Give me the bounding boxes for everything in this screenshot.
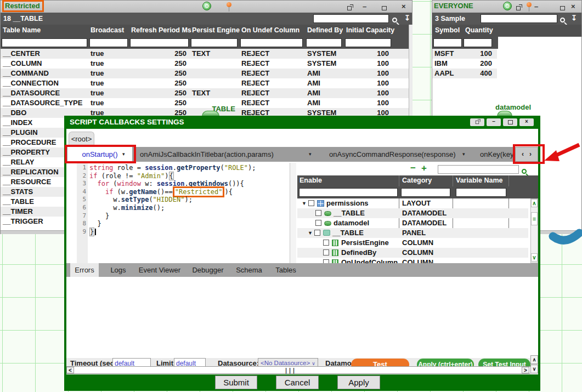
bottom-horizontal-scrollbar[interactable]: < ||| > <box>66 366 530 374</box>
search-icon[interactable] <box>522 166 527 176</box>
minimize-icon[interactable]: – <box>363 2 366 10</box>
search-input[interactable] <box>313 14 389 23</box>
scroll-up-icon[interactable]: ∧ <box>530 355 538 364</box>
minimize-icon[interactable]: – <box>534 2 538 10</box>
scrollbar-grip[interactable]: ≡ <box>531 212 538 225</box>
gear-icon[interactable]: ⚙ <box>202 2 211 10</box>
tab-scroll-right-icon[interactable]: › <box>529 150 532 158</box>
minimize-icon[interactable]: – <box>487 118 501 126</box>
tab-logs[interactable]: Logs <box>106 263 131 277</box>
tree-row-persistengine[interactable]: PersistEngineCOLUMN <box>297 238 528 248</box>
cancel-button[interactable]: Cancel <box>276 376 319 389</box>
add-icon[interactable]: + <box>421 163 427 174</box>
enable-checkbox[interactable] <box>315 210 321 216</box>
table-row[interactable]: __DATASOURCEtrue250TEXTREJECTAMI100 <box>1 88 412 98</box>
code-line[interactable]: w.setType("HIDDEN"); <box>89 196 193 203</box>
close-icon[interactable]: × <box>402 2 406 10</box>
tree-row-table[interactable]: __TABLEDATAMODEL <box>297 208 528 218</box>
scrollbar-grip[interactable]: ||| <box>283 367 297 373</box>
search-icon[interactable] <box>392 15 397 25</box>
tab-onstartup[interactable]: onStartup()▾ <box>67 147 132 162</box>
tab-debugger[interactable]: Debugger <box>189 263 227 277</box>
column-filter-input[interactable] <box>299 188 398 197</box>
column-filter-input[interactable] <box>345 38 391 47</box>
scroll-up-icon[interactable]: ∧ <box>531 199 538 207</box>
scroll-down-icon[interactable]: ∨ <box>530 365 538 373</box>
tree-row-table[interactable]: ▼__TABLEPANEL <box>297 228 528 238</box>
maximize-icon[interactable] <box>382 4 387 12</box>
restricted-titlebar[interactable]: Restricted ⚙ – × <box>1 1 412 13</box>
table-row[interactable]: IBM200 <box>432 59 497 69</box>
table-row[interactable]: AAPL400 <box>432 69 497 78</box>
code-line[interactable]: string role = session.getProperty("ROLE"… <box>89 164 256 172</box>
table-row[interactable]: MSFT100 <box>432 49 497 59</box>
tab-schema[interactable]: Schema <box>233 263 265 277</box>
caret-down-icon[interactable]: ▾ <box>462 147 465 162</box>
scroll-left-icon[interactable]: < <box>66 367 74 373</box>
column-filter-input[interactable] <box>464 38 492 47</box>
gear-icon[interactable]: ⚙ <box>503 2 512 10</box>
close-icon[interactable]: × <box>519 118 534 126</box>
code-line[interactable]: if (role != "Admin"){ <box>89 172 174 180</box>
pin-icon[interactable] <box>227 2 231 7</box>
tree-expand-icon[interactable]: ▼ <box>302 201 307 206</box>
table-row[interactable]: __CENTERtrue250TEXTREJECTSYSTEM100 <box>1 49 412 59</box>
code-line[interactable]: if (w.getName()=="Restricted"){ <box>89 188 233 196</box>
everyone-titlebar[interactable]: EVERYONE ⚙ – × <box>432 1 581 13</box>
tab-onamijscallbackintitlebaractionparams[interactable]: onAmiJsCallbackInTitlebar(action,params)… <box>140 147 314 162</box>
root-tab[interactable]: <root> <box>69 132 94 147</box>
tree-row-definedby[interactable]: DefinedByCOLUMN <box>297 248 528 258</box>
caret-down-icon[interactable]: ▾ <box>309 147 312 162</box>
tab-errors[interactable]: Errors <box>70 263 99 277</box>
column-filter-input[interactable] <box>456 188 506 197</box>
tab-onkeykey[interactable]: onKey(key <box>480 147 515 162</box>
table-row[interactable]: __COMMANDtrue250REJECTAMI100 <box>1 69 412 78</box>
submit-button[interactable]: Submit <box>215 376 257 389</box>
column-filter-input[interactable] <box>240 38 303 47</box>
tree-row-permissions[interactable]: ▼permissionsLAYOUT <box>297 198 528 208</box>
scroll-right-icon[interactable]: > <box>522 367 529 373</box>
tree-expand-icon[interactable]: ▼ <box>308 230 313 236</box>
table-row[interactable]: __COLUMNtrue250REJECTSYSTEM100 <box>1 59 412 69</box>
caret-down-icon[interactable]: ▾ <box>122 147 125 162</box>
popout-icon[interactable] <box>470 118 484 126</box>
close-icon[interactable]: × <box>571 2 575 10</box>
column-filter-input[interactable] <box>191 38 238 47</box>
tab-scroll-left-icon[interactable]: ‹ <box>522 150 524 158</box>
column-filter-input[interactable] <box>2 38 87 47</box>
enable-checkbox[interactable] <box>323 240 329 246</box>
remove-icon[interactable]: − <box>410 163 416 174</box>
enable-checkbox[interactable] <box>323 249 329 255</box>
search-icon[interactable] <box>560 15 565 25</box>
column-filter-input[interactable] <box>433 38 462 47</box>
column-filter-input[interactable] <box>89 38 128 47</box>
popout-icon[interactable] <box>516 4 521 12</box>
column-filter-input[interactable] <box>306 38 342 47</box>
download-icon[interactable]: ↧ <box>571 14 577 22</box>
tab-onasynccommandresponseresponse[interactable]: onAsyncCommandResponse(response)▾ <box>329 147 465 162</box>
tree-row-datamodel[interactable]: datamodelDATAMODEL <box>297 218 528 228</box>
permissions-scrollbar[interactable]: ∧ ≡ ∨ <box>530 198 538 263</box>
datamodel-drag-label[interactable]: datamodel <box>495 103 531 111</box>
column-filter-input[interactable] <box>130 38 189 47</box>
download-icon[interactable]: ↧ <box>404 14 410 22</box>
tab-event-viewer[interactable]: Event Viewer <box>137 263 182 277</box>
enable-checkbox[interactable] <box>315 220 321 226</box>
tree-row-onundefcolumn[interactable]: OnUndefColumnCOLUMN <box>297 258 528 263</box>
code-line[interactable]: } <box>89 220 101 228</box>
permissions-search-input[interactable] <box>438 165 519 174</box>
maximize-icon[interactable] <box>560 4 565 12</box>
search-input[interactable] <box>481 14 557 23</box>
popout-icon[interactable] <box>347 4 352 12</box>
code-line[interactable]: } <box>89 212 109 220</box>
column-filter-input[interactable] <box>401 188 450 197</box>
tab-tables[interactable]: Tables <box>271 263 301 277</box>
scroll-down-icon[interactable]: ∨ <box>531 253 538 262</box>
code-editor-scrollbar[interactable] <box>290 163 296 263</box>
enable-checkbox[interactable] <box>323 259 329 263</box>
code-line[interactable]: } <box>89 228 96 236</box>
code-line[interactable]: w.minimize(); <box>89 204 165 212</box>
apply-button[interactable]: Apply <box>337 376 380 389</box>
table-row[interactable]: __CONNECTIONtrue250REJECTAMI100 <box>1 78 412 88</box>
enable-checkbox[interactable] <box>314 230 320 236</box>
